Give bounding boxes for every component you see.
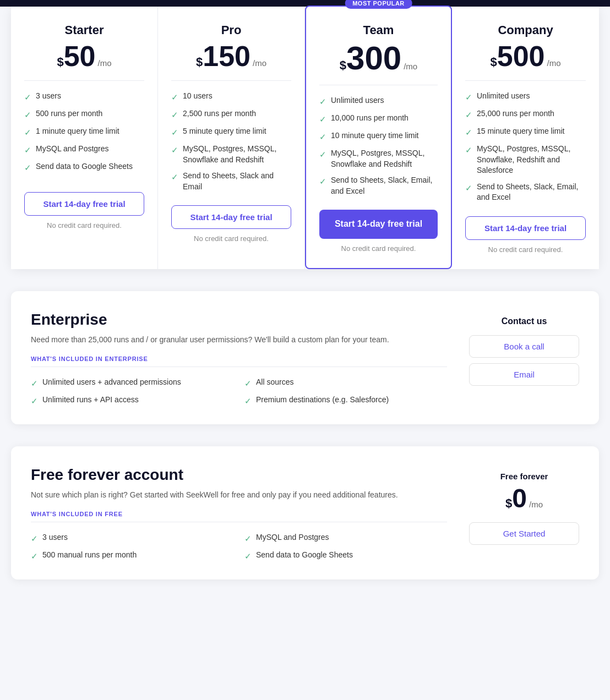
- pricing-card-team: MOST POPULAR Team $ 300 /mo ✓ Unlimited …: [305, 6, 452, 269]
- free-feature-list: ✓3 users✓MySQL and Postgres✓500 manual r…: [31, 532, 447, 562]
- feature-item: ✓ Send to Sheets, Slack, Email, and Exce…: [319, 175, 438, 196]
- cta-button-company[interactable]: Start 14-day free trial: [465, 216, 586, 240]
- free-section-label: WHAT'S INCLUDED IN FREE: [31, 511, 447, 522]
- free-forever-label: Free forever: [500, 472, 548, 481]
- plan-name: Team: [319, 23, 438, 37]
- enterprise-right: Contact us Book a call Email: [469, 311, 579, 407]
- contact-us-title: Contact us: [502, 316, 547, 326]
- feature-item: ✓ Send to Sheets, Slack and Email: [171, 171, 291, 192]
- pricing-grid: Starter $ 50 /mo ✓ 3 users ✓ 500 runs pe…: [11, 7, 599, 269]
- price-divider: [171, 80, 291, 81]
- feature-item: ✓ 2,500 runs per month: [171, 108, 291, 121]
- check-icon: ✓: [31, 378, 38, 389]
- feature-item: ✓ 10 minute query time limit: [319, 130, 438, 143]
- enterprise-left: Enterprise Need more than 25,000 runs an…: [31, 311, 447, 407]
- check-icon: ✓: [319, 131, 326, 143]
- feature-item: ✓ 500 runs per month: [24, 108, 144, 121]
- check-icon: ✓: [244, 550, 252, 562]
- feature-item: ✓ 3 users: [24, 91, 144, 103]
- feature-item: ✓ 1 minute query time limit: [24, 126, 144, 138]
- price-divider: [24, 80, 144, 81]
- check-icon: ✓: [31, 550, 38, 562]
- price-period: /mo: [253, 58, 266, 68]
- feature-list: ✓ Unlimited users ✓ 10,000 runs per mont…: [319, 95, 438, 196]
- check-icon: ✓: [319, 96, 326, 107]
- enterprise-desc: Need more than 25,000 runs and / or gran…: [31, 334, 447, 346]
- price-dollar-sign: $: [57, 55, 63, 69]
- no-credit-text: No credit card required.: [171, 234, 291, 243]
- no-credit-text: No credit card required.: [24, 221, 144, 229]
- page-wrapper: Starter $ 50 /mo ✓ 3 users ✓ 500 runs pe…: [0, 7, 610, 612]
- check-icon: ✓: [171, 144, 178, 156]
- check-icon: ✓: [244, 395, 252, 407]
- price-row: $ 50 /mo: [24, 42, 144, 70]
- feature-item: ✓ Unlimited users: [319, 95, 438, 107]
- price-period: /mo: [547, 58, 561, 68]
- free-price-row: $ 0 /mo: [505, 483, 543, 513]
- price-amount: 150: [203, 42, 250, 70]
- free-title: Free forever account: [31, 466, 447, 484]
- cta-button-team[interactable]: Start 14-day free trial: [319, 210, 438, 239]
- feature-item: ✓ 5 minute query time limit: [171, 126, 291, 138]
- feature-item: ✓ MySQL, Postgres, MSSQL, Snowflake, Red…: [465, 144, 586, 176]
- price-dollar-sign: $: [196, 55, 203, 69]
- enterprise-feature-list: ✓Unlimited users + advanced permissions✓…: [31, 377, 447, 407]
- check-icon: ✓: [319, 176, 326, 187]
- price-amount: 300: [346, 42, 401, 75]
- enterprise-section: Enterprise Need more than 25,000 runs an…: [11, 291, 599, 424]
- price-row: $ 150 /mo: [171, 42, 291, 70]
- feature-list: ✓ 3 users ✓ 500 runs per month ✓ 1 minut…: [24, 91, 144, 179]
- feature-item: ✓ 15 minute query time limit: [465, 126, 586, 138]
- price-row: $ 300 /mo: [319, 42, 438, 75]
- price-amount: 50: [64, 42, 96, 70]
- pricing-card-pro: Pro $ 150 /mo ✓ 10 users ✓ 2,500 runs pe…: [158, 7, 305, 269]
- enterprise-title: Enterprise: [31, 311, 447, 329]
- feature-item: ✓ MySQL and Postgres: [24, 144, 144, 156]
- check-icon: ✓: [465, 182, 472, 194]
- check-icon: ✓: [465, 144, 472, 156]
- plan-name: Company: [465, 23, 586, 37]
- feature-item: ✓ 10 users: [171, 91, 291, 103]
- no-credit-text: No credit card required.: [465, 245, 586, 254]
- no-credit-text: No credit card required.: [319, 244, 438, 253]
- feature-item: ✓ Unlimited users: [465, 91, 586, 103]
- feature-item: ✓ MySQL, Postgres, MSSQL, Snowflake and …: [319, 148, 438, 169]
- free-right: Free forever $ 0 /mo Get Started: [469, 466, 579, 562]
- price-divider: [319, 85, 438, 85]
- price-divider: [465, 80, 586, 81]
- check-icon: ✓: [31, 533, 38, 544]
- price-dollar-sign: $: [340, 58, 346, 73]
- feature-list: ✓ Unlimited users ✓ 25,000 runs per mont…: [465, 91, 586, 203]
- check-icon: ✓: [171, 91, 178, 103]
- check-icon: ✓: [171, 171, 178, 183]
- check-icon: ✓: [171, 109, 178, 121]
- free-feature-item: ✓Send data to Google Sheets: [244, 550, 447, 562]
- free-price-dollar: $: [505, 496, 512, 511]
- free-feature-item: ✓3 users: [31, 532, 233, 544]
- check-icon: ✓: [24, 127, 31, 138]
- price-row: $ 500 /mo: [465, 42, 586, 70]
- check-icon: ✓: [24, 162, 31, 173]
- check-icon: ✓: [31, 395, 38, 407]
- free-feature-item: ✓MySQL and Postgres: [244, 532, 447, 544]
- price-period: /mo: [404, 62, 417, 71]
- enterprise-feature-item: ✓Premium destinations (e.g. Salesforce): [244, 395, 447, 407]
- book-call-button[interactable]: Book a call: [469, 335, 579, 358]
- price-period: /mo: [98, 58, 112, 68]
- price-amount: 500: [497, 42, 545, 70]
- cta-button-starter[interactable]: Start 14-day free trial: [24, 192, 144, 216]
- cta-button-pro[interactable]: Start 14-day free trial: [171, 205, 291, 229]
- top-bar: [0, 0, 610, 7]
- get-started-button[interactable]: Get Started: [469, 522, 579, 545]
- feature-item: ✓ Send data to Google Sheets: [24, 161, 144, 173]
- feature-list: ✓ 10 users ✓ 2,500 runs per month ✓ 5 mi…: [171, 91, 291, 192]
- check-icon: ✓: [24, 109, 31, 121]
- plan-name: Starter: [24, 23, 144, 37]
- check-icon: ✓: [465, 109, 472, 121]
- check-icon: ✓: [319, 113, 326, 125]
- free-section: Free forever account Not sure which plan…: [11, 446, 599, 579]
- pricing-card-starter: Starter $ 50 /mo ✓ 3 users ✓ 500 runs pe…: [11, 7, 158, 269]
- price-dollar-sign: $: [490, 55, 497, 69]
- check-icon: ✓: [244, 378, 252, 389]
- email-button[interactable]: Email: [469, 363, 579, 386]
